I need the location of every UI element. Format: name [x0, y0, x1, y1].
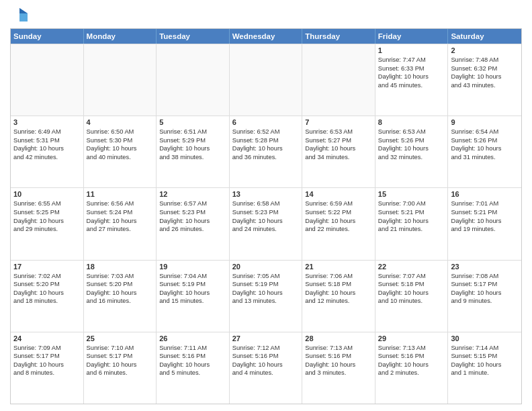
cell-text: Sunrise: 6:53 AM Sunset: 5:26 PM Dayligh…	[378, 128, 445, 161]
day-number: 6	[232, 118, 300, 126]
calendar-cell-0-4	[302, 44, 375, 116]
cell-text: Sunrise: 6:54 AM Sunset: 5:26 PM Dayligh…	[451, 128, 519, 161]
day-number: 21	[305, 263, 372, 271]
cell-text: Sunrise: 7:47 AM Sunset: 6:33 PM Dayligh…	[378, 56, 445, 89]
calendar-cell-3-0: 17Sunrise: 7:02 AM Sunset: 5:20 PM Dayli…	[11, 261, 84, 332]
calendar-row-4: 24Sunrise: 7:09 AM Sunset: 5:17 PM Dayli…	[11, 332, 521, 404]
calendar-cell-3-6: 23Sunrise: 7:08 AM Sunset: 5:17 PM Dayli…	[448, 261, 521, 332]
weekday-header-thursday: Thursday	[302, 29, 375, 44]
day-number: 4	[87, 118, 154, 126]
calendar-cell-0-2	[157, 44, 230, 116]
day-number: 7	[305, 118, 372, 126]
day-number: 26	[159, 334, 226, 342]
calendar-cell-2-0: 10Sunrise: 6:55 AM Sunset: 5:25 PM Dayli…	[11, 188, 84, 259]
cell-text: Sunrise: 7:11 AM Sunset: 5:16 PM Dayligh…	[159, 344, 226, 377]
cell-text: Sunrise: 6:57 AM Sunset: 5:23 PM Dayligh…	[159, 199, 226, 233]
day-number: 18	[87, 263, 154, 271]
day-number: 3	[13, 118, 81, 126]
cell-text: Sunrise: 6:59 AM Sunset: 5:22 PM Dayligh…	[305, 199, 372, 233]
calendar-cell-1-4: 7Sunrise: 6:53 AM Sunset: 5:27 PM Daylig…	[302, 116, 375, 187]
calendar-cell-1-5: 8Sunrise: 6:53 AM Sunset: 5:26 PM Daylig…	[375, 116, 449, 187]
day-number: 8	[378, 118, 445, 126]
calendar-cell-3-1: 18Sunrise: 7:03 AM Sunset: 5:20 PM Dayli…	[84, 261, 157, 332]
cell-text: Sunrise: 7:06 AM Sunset: 5:18 PM Dayligh…	[305, 272, 372, 306]
cell-text: Sunrise: 7:09 AM Sunset: 5:17 PM Dayligh…	[13, 344, 81, 377]
cell-text: Sunrise: 7:48 AM Sunset: 6:32 PM Dayligh…	[451, 56, 519, 89]
cell-text: Sunrise: 6:51 AM Sunset: 5:29 PM Dayligh…	[159, 128, 226, 161]
calendar-header: SundayMondayTuesdayWednesdayThursdayFrid…	[11, 29, 521, 44]
calendar-cell-2-6: 16Sunrise: 7:01 AM Sunset: 5:21 PM Dayli…	[448, 188, 521, 259]
cell-text: Sunrise: 7:00 AM Sunset: 5:21 PM Dayligh…	[378, 199, 445, 233]
calendar-cell-4-4: 28Sunrise: 7:13 AM Sunset: 5:16 PM Dayli…	[302, 332, 375, 404]
calendar-cell-3-2: 19Sunrise: 7:04 AM Sunset: 5:19 PM Dayli…	[157, 261, 230, 332]
calendar-cell-0-5: 1Sunrise: 7:47 AM Sunset: 6:33 PM Daylig…	[375, 44, 449, 116]
day-number: 12	[159, 190, 226, 198]
calendar-cell-0-6: 2Sunrise: 7:48 AM Sunset: 6:32 PM Daylig…	[448, 44, 521, 116]
calendar-cell-3-4: 21Sunrise: 7:06 AM Sunset: 5:18 PM Dayli…	[302, 261, 375, 332]
day-number: 20	[232, 263, 300, 271]
cell-text: Sunrise: 6:58 AM Sunset: 5:23 PM Dayligh…	[232, 199, 300, 233]
calendar-cell-2-2: 12Sunrise: 6:57 AM Sunset: 5:23 PM Dayli…	[157, 188, 230, 259]
calendar-cell-2-3: 13Sunrise: 6:58 AM Sunset: 5:23 PM Dayli…	[230, 188, 303, 259]
cell-text: Sunrise: 6:56 AM Sunset: 5:24 PM Dayligh…	[87, 199, 154, 233]
day-number: 22	[378, 263, 445, 271]
cell-text: Sunrise: 7:04 AM Sunset: 5:19 PM Dayligh…	[159, 272, 226, 306]
calendar-cell-2-5: 15Sunrise: 7:00 AM Sunset: 5:21 PM Dayli…	[375, 188, 449, 259]
weekday-header-wednesday: Wednesday	[230, 29, 303, 44]
calendar-row-3: 17Sunrise: 7:02 AM Sunset: 5:20 PM Dayli…	[11, 260, 521, 332]
weekday-header-friday: Friday	[375, 29, 449, 44]
logo	[10, 7, 32, 23]
weekday-header-monday: Monday	[84, 29, 157, 44]
calendar-cell-1-1: 4Sunrise: 6:50 AM Sunset: 5:30 PM Daylig…	[84, 116, 157, 187]
day-number: 28	[305, 334, 372, 342]
calendar-cell-1-0: 3Sunrise: 6:49 AM Sunset: 5:31 PM Daylig…	[11, 116, 84, 187]
day-number: 23	[451, 263, 519, 271]
calendar-row-0: 1Sunrise: 7:47 AM Sunset: 6:33 PM Daylig…	[11, 44, 521, 116]
cell-text: Sunrise: 7:13 AM Sunset: 5:16 PM Dayligh…	[378, 344, 445, 377]
day-number: 5	[159, 118, 226, 126]
weekday-header-sunday: Sunday	[11, 29, 84, 44]
cell-text: Sunrise: 7:05 AM Sunset: 5:19 PM Dayligh…	[232, 272, 300, 306]
cell-text: Sunrise: 7:08 AM Sunset: 5:17 PM Dayligh…	[451, 272, 519, 306]
day-number: 29	[378, 334, 445, 342]
calendar-cell-0-0	[11, 44, 84, 116]
calendar-cell-1-6: 9Sunrise: 6:54 AM Sunset: 5:26 PM Daylig…	[448, 116, 521, 187]
cell-text: Sunrise: 7:02 AM Sunset: 5:20 PM Dayligh…	[13, 272, 81, 306]
weekday-header-tuesday: Tuesday	[157, 29, 230, 44]
calendar-cell-4-5: 29Sunrise: 7:13 AM Sunset: 5:16 PM Dayli…	[375, 332, 449, 404]
calendar-cell-4-6: 30Sunrise: 7:14 AM Sunset: 5:15 PM Dayli…	[448, 332, 521, 404]
cell-text: Sunrise: 6:52 AM Sunset: 5:28 PM Dayligh…	[232, 128, 300, 161]
day-number: 1	[378, 46, 445, 54]
calendar-cell-2-1: 11Sunrise: 6:56 AM Sunset: 5:24 PM Dayli…	[84, 188, 157, 259]
day-number: 10	[13, 190, 81, 198]
calendar-cell-0-3	[230, 44, 303, 116]
cell-text: Sunrise: 7:03 AM Sunset: 5:20 PM Dayligh…	[87, 272, 154, 306]
day-number: 11	[87, 190, 154, 198]
cell-text: Sunrise: 7:14 AM Sunset: 5:15 PM Dayligh…	[451, 344, 519, 377]
cell-text: Sunrise: 7:13 AM Sunset: 5:16 PM Dayligh…	[305, 344, 372, 377]
cell-text: Sunrise: 7:01 AM Sunset: 5:21 PM Dayligh…	[451, 199, 519, 233]
calendar-cell-4-0: 24Sunrise: 7:09 AM Sunset: 5:17 PM Dayli…	[11, 332, 84, 404]
calendar-cell-0-1	[84, 44, 157, 116]
day-number: 25	[87, 334, 154, 342]
weekday-header-saturday: Saturday	[448, 29, 521, 44]
cell-text: Sunrise: 7:10 AM Sunset: 5:17 PM Dayligh…	[87, 344, 154, 377]
calendar-row-1: 3Sunrise: 6:49 AM Sunset: 5:31 PM Daylig…	[11, 116, 521, 187]
calendar-cell-3-3: 20Sunrise: 7:05 AM Sunset: 5:19 PM Dayli…	[230, 261, 303, 332]
cell-text: Sunrise: 6:53 AM Sunset: 5:27 PM Dayligh…	[305, 128, 372, 161]
calendar-cell-1-3: 6Sunrise: 6:52 AM Sunset: 5:28 PM Daylig…	[230, 116, 303, 187]
cell-text: Sunrise: 6:55 AM Sunset: 5:25 PM Dayligh…	[13, 199, 81, 233]
calendar-cell-4-2: 26Sunrise: 7:11 AM Sunset: 5:16 PM Dayli…	[157, 332, 230, 404]
header	[10, 7, 522, 23]
calendar-row-2: 10Sunrise: 6:55 AM Sunset: 5:25 PM Dayli…	[11, 187, 521, 259]
day-number: 19	[159, 263, 226, 271]
svg-marker-3	[19, 13, 28, 21]
day-number: 14	[305, 190, 372, 198]
day-number: 2	[451, 46, 519, 54]
calendar-cell-1-2: 5Sunrise: 6:51 AM Sunset: 5:29 PM Daylig…	[157, 116, 230, 187]
cell-text: Sunrise: 7:12 AM Sunset: 5:16 PM Dayligh…	[232, 344, 300, 377]
calendar-body: 1Sunrise: 7:47 AM Sunset: 6:33 PM Daylig…	[11, 44, 521, 404]
day-number: 17	[13, 263, 81, 271]
cell-text: Sunrise: 6:50 AM Sunset: 5:30 PM Dayligh…	[87, 128, 154, 161]
day-number: 9	[451, 118, 519, 126]
